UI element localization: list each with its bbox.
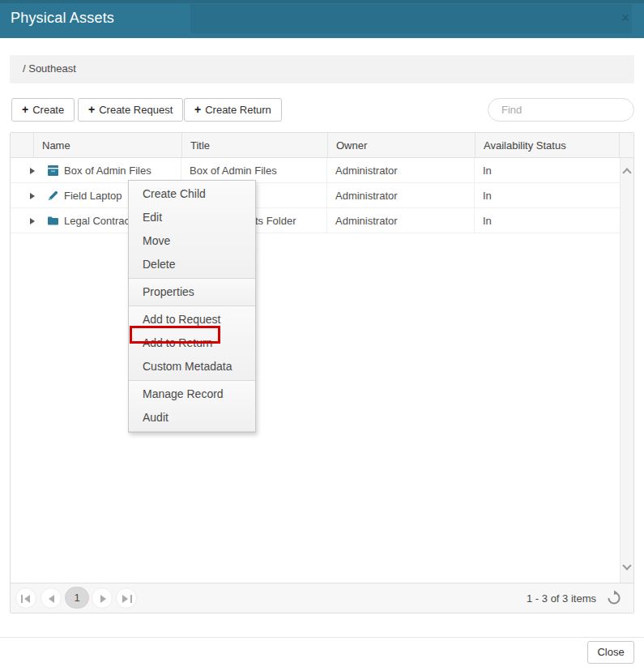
footer-divider — [0, 637, 644, 638]
previous-page-button[interactable] — [41, 588, 62, 609]
next-page-button[interactable] — [92, 588, 113, 609]
grid-header: Name Title Owner Availability Status — [11, 133, 633, 158]
menu-item-add-to-return[interactable]: Add to Return — [129, 331, 255, 355]
row-owner: Administrator — [327, 208, 475, 233]
row-availability: In — [475, 183, 619, 208]
create-return-button-label: Create Return — [205, 104, 271, 116]
assets-grid: Name Title Owner Availability Status Box… — [10, 132, 634, 613]
box-icon — [47, 165, 59, 177]
menu-item-edit[interactable]: Edit — [129, 206, 255, 229]
context-menu-group: Manage Record Audit — [129, 381, 255, 432]
row-availability: In — [475, 158, 619, 183]
row-name[interactable]: Legal Contracts — [64, 208, 138, 233]
menu-item-delete[interactable]: Delete — [129, 253, 255, 276]
row-availability: In — [475, 208, 619, 233]
grid-body: Box of Admin Files Box of Admin Files Ad… — [11, 158, 620, 583]
context-menu-group: Properties — [129, 279, 255, 306]
context-menu: Create Child Edit Move Delete Properties… — [128, 180, 256, 433]
menu-item-move[interactable]: Move — [129, 229, 255, 253]
column-header-name[interactable]: Name — [33, 133, 181, 158]
scroll-up-icon[interactable] — [621, 165, 634, 182]
close-icon[interactable]: × — [616, 9, 634, 27]
menu-item-add-to-request[interactable]: Add to Request — [129, 308, 255, 331]
row-name[interactable]: Field Laptop — [64, 183, 122, 208]
vertical-scrollbar[interactable] — [620, 158, 633, 583]
column-header-title[interactable]: Title — [181, 133, 327, 158]
breadcrumb: / Southeast — [10, 55, 634, 83]
create-button-label: Create — [32, 104, 64, 116]
create-return-button[interactable]: +Create Return — [184, 98, 282, 122]
titlebar-shade — [190, 4, 632, 33]
first-page-button[interactable] — [15, 588, 36, 609]
last-page-button[interactable] — [116, 588, 137, 609]
expand-arrow-icon[interactable] — [30, 168, 35, 174]
table-row[interactable]: Box of Admin Files Box of Admin Files Ad… — [11, 158, 620, 183]
menu-item-create-child[interactable]: Create Child — [129, 182, 255, 206]
expander-column-header — [11, 133, 33, 158]
row-owner: Administrator — [327, 158, 475, 183]
plus-icon: + — [22, 103, 28, 116]
column-header-owner[interactable]: Owner — [327, 133, 475, 158]
context-menu-group: Add to Request Add to Return Custom Meta… — [129, 306, 255, 381]
find-input[interactable] — [488, 98, 634, 122]
create-request-button-label: Create Request — [99, 104, 173, 116]
create-request-button[interactable]: +Create Request — [78, 98, 183, 122]
menu-item-manage-record[interactable]: Manage Record — [129, 383, 255, 406]
context-menu-group: Create Child Edit Move Delete — [129, 181, 255, 279]
scroll-down-icon[interactable] — [621, 561, 634, 579]
breadcrumb-path[interactable]: / Southeast — [23, 62, 76, 75]
table-row[interactable]: Legal Contracts Legal Contracts Folder A… — [11, 208, 620, 233]
column-header-availability[interactable]: Availability Status — [475, 133, 619, 158]
expand-arrow-icon[interactable] — [30, 218, 35, 224]
refresh-icon[interactable] — [606, 590, 622, 606]
table-row[interactable]: Field Laptop Field Laptop Administrator … — [11, 183, 620, 208]
expand-arrow-icon[interactable] — [30, 193, 35, 199]
plus-icon: + — [88, 103, 95, 116]
current-page-button[interactable]: 1 — [65, 587, 89, 609]
pencil-icon — [47, 190, 59, 202]
scrollbar-column-header — [619, 133, 633, 158]
row-owner: Administrator — [327, 183, 475, 208]
create-button[interactable]: +Create — [11, 98, 75, 122]
menu-item-properties[interactable]: Properties — [129, 280, 255, 304]
close-button[interactable]: Close — [587, 641, 634, 664]
toolbar: +Create +Create Request +Create Return — [10, 98, 634, 122]
dialog-titlebar: Physical Assets × — [0, 0, 644, 38]
plus-icon: + — [194, 103, 201, 116]
menu-item-custom-metadata[interactable]: Custom Metadata — [129, 355, 255, 378]
folder-icon — [47, 215, 59, 227]
pager-summary: 1 - 3 of 3 items — [527, 592, 596, 605]
physical-assets-dialog: Physical Assets × / Southeast +Create +C… — [0, 0, 644, 671]
dialog-title: Physical Assets — [11, 10, 114, 27]
titlebar-top-shade — [0, 0, 644, 3]
menu-item-audit[interactable]: Audit — [129, 406, 255, 430]
pager: 1 1 - 3 of 3 items — [11, 583, 633, 613]
